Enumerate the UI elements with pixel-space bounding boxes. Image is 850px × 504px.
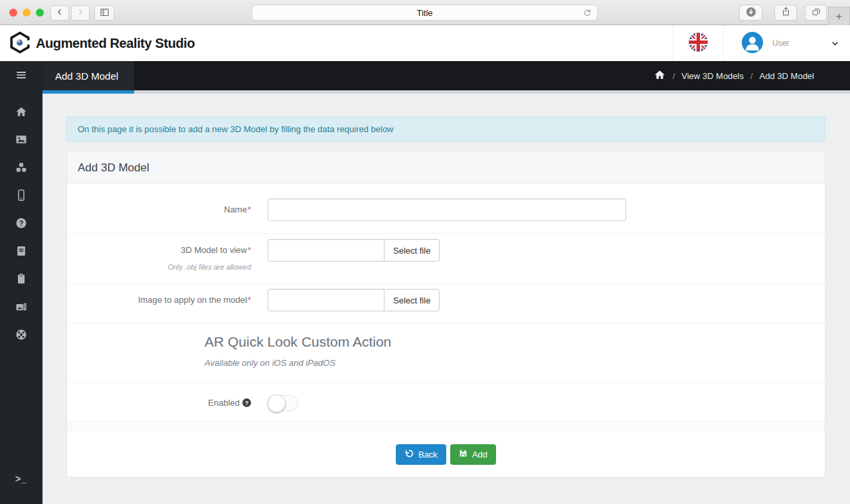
share-button[interactable] [774, 5, 797, 21]
sidebar-item-help[interactable]: ? [0, 210, 42, 238]
help-tooltip-icon[interactable]: ? [242, 398, 251, 407]
sidebar-item-media[interactable] [0, 294, 42, 321]
minimize-window-button[interactable] [23, 9, 31, 17]
model-label: 3D Model to view* [67, 239, 251, 262]
book-icon [15, 244, 28, 260]
save-icon [459, 449, 468, 460]
sidebar-item-images[interactable] [0, 126, 42, 154]
sidebar-item-home[interactable] [0, 98, 42, 126]
ar-quick-look-section: AR Quick Look Custom Action Available on… [67, 323, 825, 383]
required-asterisk: * [248, 205, 251, 214]
back-chevron-icon [55, 7, 64, 19]
section-title: AR Quick Look Custom Action [205, 334, 825, 350]
required-asterisk: * [248, 245, 251, 255]
address-bar[interactable]: Title [252, 5, 598, 21]
sidebar-item-docs[interactable] [0, 238, 42, 266]
browser-sidebar-toggle-button[interactable] [94, 5, 114, 21]
user-avatar-icon [742, 32, 763, 55]
browser-back-button[interactable] [50, 5, 69, 21]
svg-text:?: ? [19, 219, 23, 226]
downloads-button[interactable] [739, 5, 762, 21]
new-tab-button[interactable]: + [828, 7, 850, 25]
image-label: Image to apply on the model* [67, 289, 251, 323]
sidebar: ? >_ [0, 61, 42, 504]
hexagon-logo-icon [9, 31, 31, 56]
sidebar-item-3d-models[interactable] [0, 154, 42, 182]
home-icon [15, 105, 28, 120]
app-logo[interactable]: Augmented Reality Studio [0, 31, 195, 56]
sidebar-collapse-button[interactable] [0, 61, 42, 90]
breadcrumb: / View 3D Models / Add 3D Model [653, 61, 814, 90]
user-name-label: User [772, 39, 789, 48]
user-menu[interactable]: User [724, 25, 850, 61]
add-button[interactable]: Add [450, 444, 496, 465]
image-file-input[interactable] [268, 289, 384, 311]
browser-chrome: Title + [0, 0, 850, 25]
info-alert: On this page it is possible to add a new… [66, 116, 825, 141]
required-asterisk: * [248, 295, 251, 305]
model-file-input[interactable] [268, 239, 384, 262]
card-header: Add 3D Model [67, 152, 825, 184]
back-button-label: Back [418, 450, 438, 460]
forward-chevron-icon [76, 7, 85, 19]
clipboard-icon [15, 272, 28, 288]
enabled-field-row: Enabled? [67, 383, 825, 422]
download-icon [745, 6, 757, 20]
browser-forward-button[interactable] [71, 5, 90, 21]
tabs-overview-button[interactable] [805, 5, 827, 21]
breadcrumb-view-3d-models[interactable]: View 3D Models [681, 71, 744, 81]
cubes-icon [15, 161, 28, 176]
main-content: On this page it is possible to add a new… [42, 94, 850, 504]
reload-icon[interactable] [582, 8, 592, 20]
section-divider [67, 422, 825, 431]
language-selector[interactable] [673, 25, 724, 61]
tab-add-3d-model[interactable]: Add 3D Model [42, 61, 134, 90]
sidebar-item-clipboard[interactable] [0, 266, 42, 294]
terminal-icon: >_ [15, 473, 27, 484]
image-select-file-button[interactable]: Select file [384, 289, 440, 311]
model-select-file-button[interactable]: Select file [384, 239, 440, 262]
toggle-knob [268, 394, 286, 412]
mobile-phone-icon [15, 189, 28, 204]
chevron-down-icon [830, 39, 840, 48]
sidebar-toggle-icon [99, 7, 110, 20]
breadcrumb-separator: / [750, 71, 753, 81]
card-title: Add 3D Model [78, 161, 149, 175]
model-field-row: 3D Model to view* Only .obj files are al… [67, 234, 825, 284]
breadcrumb-add-3d-model: Add 3D Model [760, 71, 814, 81]
image-icon [15, 133, 28, 148]
add-button-label: Add [472, 450, 487, 460]
sidebar-item-terminal[interactable]: >_ [0, 473, 42, 484]
hamburger-menu-icon [15, 68, 28, 84]
uk-flag-icon [689, 33, 708, 54]
info-alert-text: On this page it is possible to add a new… [78, 124, 394, 134]
photo-video-icon [15, 300, 28, 315]
back-button[interactable]: Back [396, 444, 446, 465]
image-field-row: Image to apply on the model* Select file [67, 284, 825, 323]
sidebar-item-support[interactable] [0, 321, 42, 349]
window-controls [9, 9, 44, 17]
sidebar-item-mobile[interactable] [0, 182, 42, 210]
active-tab-label: Add 3D Model [55, 70, 118, 82]
page-navbar: Add 3D Model / View 3D Models / Add 3D M… [42, 61, 850, 94]
enabled-label: Enabled? [67, 395, 251, 421]
name-label: Name* [67, 199, 251, 233]
maximize-window-button[interactable] [36, 9, 44, 17]
app-header: Augmented Reality Studio [0, 25, 850, 61]
question-circle-icon: ? [15, 216, 28, 232]
name-field-row: Name* [67, 184, 825, 234]
share-icon [780, 6, 792, 19]
close-window-button[interactable] [9, 9, 17, 17]
enabled-toggle[interactable] [268, 395, 298, 411]
app-name: Augmented Reality Studio [36, 36, 195, 51]
add-3d-model-card: Add 3D Model Name* 3D Model to view* Onl… [66, 151, 825, 477]
tabs-overview-icon [811, 7, 821, 19]
undo-icon [404, 449, 414, 460]
model-help-text: Only .obj files are allowed [67, 263, 251, 271]
home-icon[interactable] [653, 68, 666, 83]
life-ring-icon [15, 328, 28, 343]
name-input[interactable] [268, 199, 626, 221]
breadcrumb-separator: / [673, 71, 675, 81]
section-subtitle: Available only on iOS and iPadOS [205, 358, 825, 368]
plus-icon: + [836, 10, 843, 23]
